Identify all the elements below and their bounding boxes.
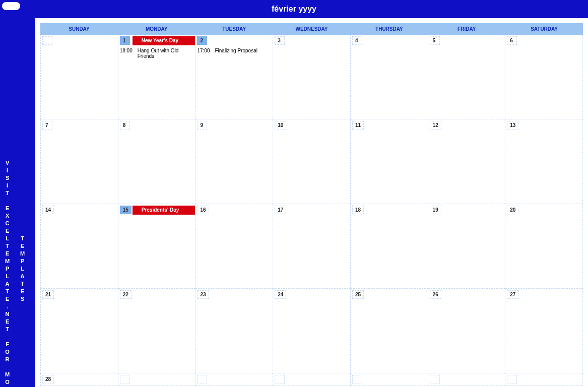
title-bar: ··· février yyyy bbox=[0, 0, 588, 18]
day-headers: SUNDAYMONDAYTUESDAYWEDNESDAYTHURSDAYFRID… bbox=[40, 23, 583, 35]
day-number: 24 bbox=[275, 290, 286, 299]
day-number: 20 bbox=[507, 206, 518, 214]
event-time: 18:00 bbox=[120, 48, 135, 59]
sidebar-text-2: TEMPLATES bbox=[20, 235, 26, 303]
title-tag: ··· bbox=[2, 2, 20, 10]
day-number bbox=[430, 375, 440, 383]
day-cell[interactable]: 28 bbox=[41, 373, 118, 386]
day-cell[interactable]: 17 bbox=[273, 204, 351, 289]
day-cell[interactable]: 11 bbox=[351, 119, 428, 204]
day-cell[interactable]: 20 bbox=[505, 204, 583, 289]
day-number: 16 bbox=[197, 206, 209, 214]
day-number: 23 bbox=[197, 290, 209, 299]
week-row: 78910111213 bbox=[40, 119, 583, 204]
day-cell[interactable]: 5 bbox=[428, 35, 506, 119]
event-row[interactable]: 18:00Hang Out with Old Friends bbox=[120, 48, 194, 59]
calendar: SUNDAYMONDAYTUESDAYWEDNESDAYTHURSDAYFRID… bbox=[35, 18, 588, 387]
holiday-banner: New Year's Day bbox=[133, 36, 195, 45]
weeks-grid: 1New Year's Day18:00Hang Out with Old Fr… bbox=[40, 35, 583, 386]
day-header: SUNDAY bbox=[40, 23, 118, 35]
day-cell[interactable] bbox=[351, 373, 428, 386]
day-cell[interactable]: 7 bbox=[41, 119, 118, 204]
day-header: THURSDAY bbox=[350, 23, 428, 35]
day-number: 26 bbox=[430, 290, 441, 299]
day-number bbox=[352, 375, 362, 383]
day-cell[interactable] bbox=[505, 373, 583, 386]
day-number: 7 bbox=[42, 121, 52, 130]
day-cell[interactable]: 10 bbox=[273, 119, 351, 204]
day-cell[interactable]: 14 bbox=[41, 204, 118, 289]
day-number bbox=[197, 375, 207, 383]
week-row: 21222324252627 bbox=[40, 289, 583, 373]
day-cell[interactable]: 18 bbox=[351, 204, 428, 289]
sidebar: VISIT EXCELTEMPLATE.NET FOR MORE TEMPLAT… bbox=[0, 18, 35, 387]
day-header: SATURDAY bbox=[505, 23, 583, 35]
week-row: 1New Year's Day18:00Hang Out with Old Fr… bbox=[40, 35, 583, 119]
day-number: 11 bbox=[352, 121, 364, 130]
day-cell[interactable]: 23 bbox=[195, 289, 273, 373]
day-number: 2 bbox=[197, 36, 207, 45]
day-number: 18 bbox=[352, 206, 364, 214]
title-label: février yyyy bbox=[272, 5, 316, 13]
day-cell[interactable]: 3 bbox=[273, 35, 351, 119]
day-header: WEDNESDAY bbox=[273, 23, 351, 35]
day-cell[interactable]: 4 bbox=[351, 35, 428, 119]
day-number: 9 bbox=[197, 121, 207, 130]
holiday-banner: Presidents' Day bbox=[133, 206, 195, 215]
day-number: 3 bbox=[275, 36, 285, 45]
day-header: FRIDAY bbox=[428, 23, 505, 35]
day-number: 4 bbox=[352, 36, 362, 45]
day-number: 28 bbox=[42, 375, 54, 383]
day-cell[interactable]: 21 bbox=[41, 289, 118, 373]
day-cell[interactable]: 27 bbox=[505, 289, 583, 373]
day-number: 10 bbox=[275, 121, 286, 130]
day-cell[interactable]: 22 bbox=[118, 289, 196, 373]
day-number: 15 bbox=[120, 206, 132, 214]
day-number bbox=[42, 36, 52, 45]
day-cell[interactable] bbox=[41, 35, 118, 119]
day-number: 21 bbox=[42, 290, 54, 299]
day-number bbox=[120, 375, 130, 383]
day-number: 19 bbox=[430, 206, 441, 214]
event-text: Hang Out with Old Friends bbox=[138, 48, 194, 59]
day-header: MONDAY bbox=[118, 23, 195, 35]
day-cell[interactable]: 25 bbox=[351, 289, 428, 373]
main-layout: VISIT EXCELTEMPLATE.NET FOR MORE TEMPLAT… bbox=[0, 18, 588, 387]
day-cell[interactable] bbox=[428, 373, 506, 386]
event-time: 17:00 bbox=[197, 48, 212, 53]
sidebar-text-1: VISIT EXCELTEMPLATE.NET FOR MORE bbox=[5, 159, 11, 387]
day-number: 27 bbox=[507, 290, 518, 299]
day-cell[interactable]: 24 bbox=[273, 289, 351, 373]
day-cell[interactable] bbox=[273, 373, 351, 386]
day-cell[interactable]: 1New Year's Day18:00Hang Out with Old Fr… bbox=[118, 35, 196, 119]
event-text: Finalizing Proposal bbox=[215, 48, 257, 53]
day-number bbox=[507, 375, 517, 383]
day-cell[interactable]: 12 bbox=[428, 119, 506, 204]
day-number: 1 bbox=[120, 36, 130, 45]
day-cell[interactable]: 15Presidents' Day bbox=[118, 204, 196, 289]
day-number: 8 bbox=[120, 121, 130, 130]
day-cell[interactable]: 16 bbox=[195, 204, 273, 289]
day-cell[interactable]: 13 bbox=[505, 119, 583, 204]
day-cell[interactable]: 8 bbox=[118, 119, 196, 204]
day-number: 22 bbox=[120, 290, 132, 299]
day-cell[interactable] bbox=[195, 373, 273, 386]
day-number: 17 bbox=[275, 206, 286, 214]
day-number: 13 bbox=[507, 121, 518, 130]
day-number bbox=[275, 375, 285, 383]
week-row: 28 bbox=[40, 373, 583, 386]
day-header: TUESDAY bbox=[195, 23, 273, 35]
day-cell[interactable]: 217:00Finalizing Proposal bbox=[195, 35, 273, 119]
day-cell[interactable]: 6 bbox=[505, 35, 583, 119]
day-number: 12 bbox=[430, 121, 441, 130]
day-number: 6 bbox=[507, 36, 517, 45]
week-row: 1415Presidents' Day1617181920 bbox=[40, 204, 583, 289]
day-number: 14 bbox=[42, 206, 54, 214]
event-row[interactable]: 17:00Finalizing Proposal bbox=[197, 48, 271, 53]
day-number: 25 bbox=[352, 290, 364, 299]
day-cell[interactable]: 26 bbox=[428, 289, 506, 373]
day-cell[interactable] bbox=[118, 373, 196, 386]
day-cell[interactable]: 19 bbox=[428, 204, 506, 289]
day-number: 5 bbox=[430, 36, 440, 45]
day-cell[interactable]: 9 bbox=[195, 119, 273, 204]
